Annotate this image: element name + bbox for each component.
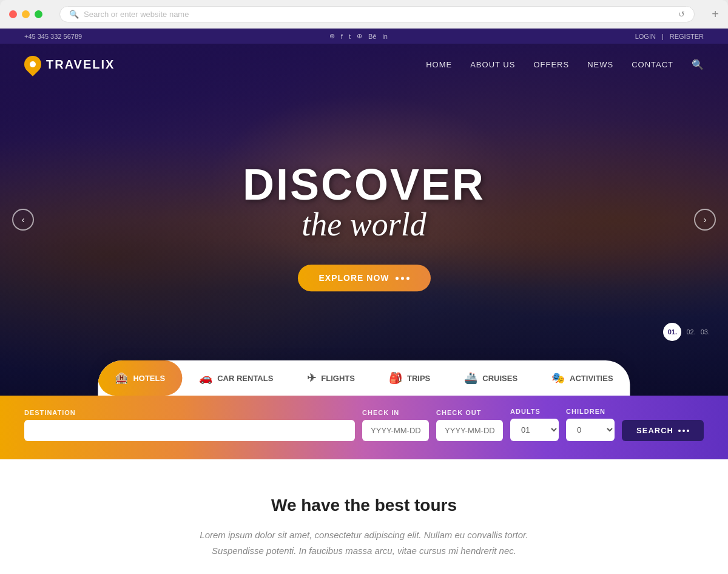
logo-icon bbox=[21, 52, 45, 76]
tab-hotels-label: HOTELS bbox=[133, 374, 165, 383]
search-button[interactable]: SEARCH bbox=[622, 420, 704, 441]
logo-text: TRAVELIX bbox=[46, 58, 115, 72]
search-button-label: SEARCH bbox=[636, 426, 673, 435]
tab-trips[interactable]: 🎒 TRIPS bbox=[372, 360, 447, 396]
children-label: CHILDREN bbox=[566, 408, 615, 415]
auth-separator: | bbox=[662, 33, 664, 40]
top-bar: +45 345 332 56789 ⊛ f t ⊕ Bē in LOGIN | … bbox=[0, 29, 728, 44]
hero-subtitle: the world bbox=[243, 206, 485, 243]
tab-flights-label: FLIGHTS bbox=[321, 374, 355, 383]
social-links: ⊛ f t ⊕ Bē in bbox=[329, 32, 388, 40]
children-select[interactable]: 0 1 2 3 bbox=[566, 419, 615, 441]
phone-number: +45 345 332 56789 bbox=[24, 33, 82, 40]
search-section: DESTINATION CHECK IN CHECK OUT ADULTS 01… bbox=[0, 396, 728, 459]
facebook-icon[interactable]: f bbox=[341, 33, 343, 40]
slide-indicators: 01. 02. 03. bbox=[663, 323, 710, 341]
button-dots bbox=[396, 277, 410, 280]
tab-trips-label: TRIPS bbox=[407, 374, 430, 383]
checkout-input[interactable] bbox=[436, 420, 503, 441]
logo[interactable]: TRAVELIX bbox=[24, 56, 115, 73]
linkedin-icon[interactable]: in bbox=[382, 33, 388, 40]
twitter-icon[interactable]: t bbox=[349, 33, 351, 40]
trips-icon: 🎒 bbox=[389, 371, 402, 385]
address-bar[interactable]: 🔍 Search or enter website name ↺ bbox=[59, 6, 695, 22]
search-button-dots bbox=[678, 430, 689, 432]
nav-item-contact[interactable]: CONTACT bbox=[632, 59, 673, 70]
minimize-button[interactable] bbox=[22, 10, 30, 18]
nav-link-offers[interactable]: OFFERS bbox=[533, 60, 569, 69]
tab-cruises[interactable]: 🚢 CRUISES bbox=[447, 360, 534, 396]
search-icon[interactable]: 🔍 bbox=[692, 59, 704, 70]
activities-icon: 🎭 bbox=[551, 371, 565, 385]
explore-button[interactable]: EXPLORE NOW bbox=[297, 265, 430, 291]
hero-section: TRAVELIX HOME ABOUT US OFFERS NEWS CONTA… bbox=[0, 44, 728, 396]
main-navigation: TRAVELIX HOME ABOUT US OFFERS NEWS CONTA… bbox=[0, 44, 728, 85]
destination-input[interactable] bbox=[24, 420, 355, 441]
search-icon: 🔍 bbox=[69, 10, 79, 19]
checkin-input[interactable] bbox=[362, 420, 429, 441]
explore-button-label: EXPLORE NOW bbox=[318, 273, 389, 283]
desc-line-1: Lorem ipsum dolor sit amet, consectetur … bbox=[200, 530, 528, 540]
register-link[interactable]: REGISTER bbox=[670, 33, 704, 40]
pinterest-icon[interactable]: ⊛ bbox=[329, 32, 335, 40]
close-button[interactable] bbox=[9, 10, 17, 18]
website-content: +45 345 332 56789 ⊛ f t ⊕ Bē in LOGIN | … bbox=[0, 29, 728, 574]
cruises-icon: 🚢 bbox=[464, 371, 477, 385]
checkout-group: CHECK OUT bbox=[436, 409, 503, 441]
nav-item-news[interactable]: NEWS bbox=[587, 59, 613, 70]
behance-icon[interactable]: Bē bbox=[368, 33, 376, 40]
nav-item-about[interactable]: ABOUT US bbox=[470, 59, 515, 70]
tab-flights[interactable]: ✈ FLIGHTS bbox=[290, 360, 372, 396]
best-tours-section: We have the best tours Lorem ipsum dolor… bbox=[0, 459, 728, 574]
slider-prev-button[interactable]: ‹ bbox=[12, 209, 34, 231]
children-group: CHILDREN 0 1 2 3 bbox=[566, 408, 615, 441]
flights-icon: ✈ bbox=[307, 371, 316, 385]
address-bar-text: Search or enter website name bbox=[84, 10, 189, 19]
login-link[interactable]: LOGIN bbox=[635, 33, 656, 40]
car-rentals-icon: 🚗 bbox=[199, 371, 212, 385]
destination-group: DESTINATION bbox=[24, 409, 355, 441]
hero-content: DISCOVER the world EXPLORE NOW bbox=[243, 161, 485, 291]
desc-line-2: Suspendisse potenti. In faucibus massa a… bbox=[212, 545, 516, 556]
new-tab-button[interactable]: + bbox=[712, 7, 719, 21]
tab-hotels[interactable]: 🏨 HOTELS bbox=[98, 360, 182, 396]
browser-window: 🔍 Search or enter website name ↺ + bbox=[0, 0, 728, 29]
tab-activities[interactable]: 🎭 ACTIVITIES bbox=[534, 360, 630, 396]
tab-car-rentals-label: CAR RENTALS bbox=[217, 374, 273, 383]
tab-cruises-label: CRUISES bbox=[482, 374, 517, 383]
tab-car-rentals[interactable]: 🚗 CAR RENTALS bbox=[182, 360, 290, 396]
reload-icon[interactable]: ↺ bbox=[678, 10, 685, 19]
tab-activities-label: ACTIVITIES bbox=[570, 374, 613, 383]
auth-links: LOGIN | REGISTER bbox=[635, 33, 704, 40]
nav-links: HOME ABOUT US OFFERS NEWS CONTACT bbox=[426, 59, 673, 70]
adults-group: ADULTS 01 02 03 04 bbox=[510, 408, 559, 441]
best-tours-title: We have the best tours bbox=[24, 496, 704, 515]
nav-item-home[interactable]: HOME bbox=[426, 59, 452, 70]
nav-link-news[interactable]: NEWS bbox=[587, 60, 613, 69]
service-tabs: 🏨 HOTELS 🚗 CAR RENTALS ✈ FLIGHTS 🎒 TRIPS… bbox=[98, 360, 630, 396]
slide-indicator-3[interactable]: 03. bbox=[701, 328, 710, 336]
slide-indicator-2[interactable]: 02. bbox=[686, 328, 695, 336]
maximize-button[interactable] bbox=[35, 10, 42, 18]
slide-indicator-1[interactable]: 01. bbox=[663, 323, 681, 341]
adults-label: ADULTS bbox=[510, 408, 559, 415]
search-form: DESTINATION CHECK IN CHECK OUT ADULTS 01… bbox=[24, 408, 704, 441]
best-tours-description: Lorem ipsum dolor sit amet, consectetur … bbox=[182, 527, 546, 558]
adults-select[interactable]: 01 02 03 04 bbox=[510, 419, 559, 441]
checkin-label: CHECK IN bbox=[362, 409, 429, 416]
slider-next-button[interactable]: › bbox=[694, 209, 716, 231]
hero-title: DISCOVER bbox=[243, 161, 485, 209]
nav-link-contact[interactable]: CONTACT bbox=[632, 60, 673, 69]
hotels-icon: 🏨 bbox=[115, 371, 128, 385]
checkin-group: CHECK IN bbox=[362, 409, 429, 441]
destination-label: DESTINATION bbox=[24, 409, 355, 416]
nav-item-offers[interactable]: OFFERS bbox=[533, 59, 569, 70]
nav-link-home[interactable]: HOME bbox=[426, 60, 452, 69]
checkout-label: CHECK OUT bbox=[436, 409, 503, 416]
circle-icon[interactable]: ⊕ bbox=[357, 32, 362, 40]
nav-link-about[interactable]: ABOUT US bbox=[470, 60, 515, 69]
